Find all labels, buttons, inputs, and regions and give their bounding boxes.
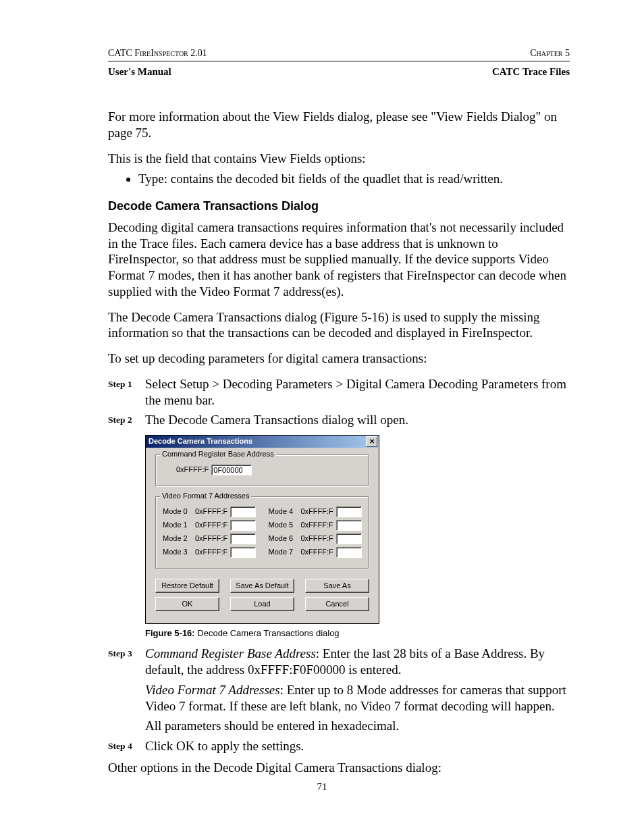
section-heading: Decode Camera Transactions Dialog — [108, 199, 570, 214]
group-video-format-7: Video Format 7 Addresses Mode 00xFFFF:F … — [155, 496, 369, 569]
dialog-titlebar: Decode Camera Transactions ✕ — [146, 436, 379, 448]
closing-paragraph: Other options in the Decode Digital Came… — [108, 760, 570, 776]
mode7-prefix: 0xFFFF:F — [301, 548, 333, 557]
intro-bullets: Type: contains the decoded bit fields of… — [108, 171, 570, 187]
document-page: CATC FireInspector 2.01 Chapter 5 User's… — [0, 0, 644, 834]
mode7-input[interactable] — [336, 547, 362, 558]
step3-line3: All parameters should be entered in hexa… — [145, 718, 570, 734]
step-3: Step 3 Command Register Base Address: En… — [108, 646, 570, 734]
intro-paragraph-1: For more information about the View Fiel… — [108, 109, 570, 141]
section-paragraph-2: The Decode Camera Transactions dialog (F… — [108, 309, 570, 342]
step-2-body: The Decode Camera Transactions dialog wi… — [145, 412, 570, 428]
group2-label: Video Format 7 Addresses — [160, 492, 251, 501]
mode3-input[interactable] — [230, 547, 256, 558]
step3-italic-1: Command Register Base Address — [145, 646, 316, 660]
save-as-default-button[interactable]: Save As Default — [230, 579, 294, 593]
group-command-register-base: Command Register Base Address 0xFFFF:F 0… — [155, 454, 369, 487]
mode2-label: Mode 2 — [163, 534, 192, 544]
header-product: CATC FireInspector 2.01 — [108, 47, 207, 59]
mode1-label: Mode 1 — [163, 521, 192, 530]
mode0-label: Mode 0 — [163, 507, 192, 517]
step-3-body: Command Register Base Address: Enter the… — [145, 646, 570, 734]
cancel-button[interactable]: Cancel — [305, 597, 369, 611]
step-4-label: Step 4 — [108, 738, 145, 752]
mode5-input[interactable] — [336, 520, 362, 531]
step-4: Step 4 Click OK to apply the settings. — [108, 738, 570, 754]
mode1-input[interactable] — [230, 520, 256, 531]
mode6-label: Mode 6 — [269, 534, 298, 544]
header-manual: User's Manual — [108, 66, 171, 78]
step-2-label: Step 2 — [108, 412, 145, 426]
base-address-input[interactable]: 0F00000 — [211, 465, 252, 475]
intro-paragraph-2: This is the field that contains View Fie… — [108, 151, 570, 167]
mode2-input[interactable] — [230, 533, 256, 544]
figure-number: Figure 5-16: — [145, 628, 195, 638]
mode4-prefix: 0xFFFF:F — [301, 507, 333, 517]
load-button[interactable]: Load — [230, 597, 294, 611]
section-paragraph-1: Decoding digital camera transactions req… — [108, 219, 570, 300]
save-as-button[interactable]: Save As — [305, 579, 369, 593]
header-section: CATC Trace Files — [492, 66, 570, 78]
mode0-input[interactable] — [230, 506, 256, 517]
step-2: Step 2 The Decode Camera Transactions di… — [108, 412, 570, 428]
step-1-label: Step 1 — [108, 376, 145, 390]
ok-button[interactable]: OK — [155, 597, 219, 611]
dialog-body: Command Register Base Address 0xFFFF:F 0… — [146, 448, 379, 623]
mode0-prefix: 0xFFFF:F — [195, 507, 227, 517]
mode3-prefix: 0xFFFF:F — [195, 548, 227, 557]
mode4-input[interactable] — [336, 506, 362, 517]
mode5-prefix: 0xFFFF:F — [301, 521, 333, 530]
section-paragraph-3: To set up decoding parameters for digita… — [108, 350, 570, 367]
step3-italic-2: Video Format 7 Addresses — [145, 683, 280, 697]
running-header-top: CATC FireInspector 2.01 Chapter 5 — [108, 47, 570, 59]
step-4-body: Click OK to apply the settings. — [145, 738, 570, 754]
group1-label: Command Register Base Address — [160, 450, 276, 459]
mode6-prefix: 0xFFFF:F — [301, 534, 333, 544]
page-number: 71 — [0, 781, 644, 793]
mode4-label: Mode 4 — [269, 507, 298, 517]
figure-caption: Figure 5-16: Decode Camera Transactions … — [145, 628, 570, 639]
figure-container: Decode Camera Transactions ✕ Command Reg… — [145, 435, 570, 624]
header-divider — [108, 61, 570, 61]
close-icon[interactable]: ✕ — [366, 436, 377, 447]
mode7-label: Mode 7 — [269, 548, 298, 557]
restore-default-button[interactable]: Restore Default — [155, 579, 219, 593]
mode3-label: Mode 3 — [163, 548, 192, 557]
running-header-bottom: User's Manual CATC Trace Files — [108, 66, 570, 78]
step-3-label: Step 3 — [108, 646, 145, 660]
decode-camera-transactions-dialog: Decode Camera Transactions ✕ Command Reg… — [145, 435, 379, 624]
base-address-prefix: 0xFFFF:F — [176, 465, 209, 475]
intro-bullet-1: Type: contains the decoded bit fields of… — [138, 171, 570, 187]
step-1-body: Select Setup > Decoding Parameters > Dig… — [145, 376, 570, 409]
dialog-title: Decode Camera Transactions — [149, 437, 252, 446]
step-1: Step 1 Select Setup > Decoding Parameter… — [108, 376, 570, 409]
mode6-input[interactable] — [336, 533, 362, 544]
figure-caption-text: Decode Camera Transactions dialog — [197, 628, 339, 638]
mode2-prefix: 0xFFFF:F — [195, 534, 227, 544]
mode5-label: Mode 5 — [269, 521, 298, 530]
mode1-prefix: 0xFFFF:F — [195, 521, 227, 530]
header-chapter: Chapter 5 — [530, 47, 570, 59]
